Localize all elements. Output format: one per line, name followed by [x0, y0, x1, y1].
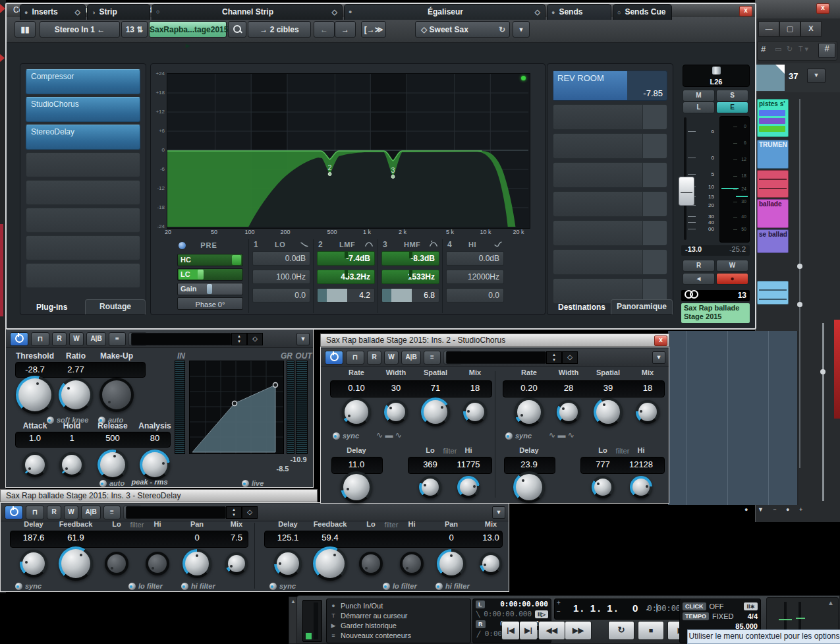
- minimize-button[interactable]: —: [758, 21, 779, 37]
- insert-slot-compressor[interactable]: Compressor: [26, 69, 140, 94]
- close-button[interactable]: X: [800, 21, 822, 37]
- sync-toggle[interactable]: sync: [505, 432, 532, 440]
- plugin-menu-button[interactable]: ▼: [652, 351, 665, 364]
- record-enable-button[interactable]: ●: [716, 273, 748, 285]
- send-slot-empty[interactable]: [553, 162, 667, 188]
- delay-knob[interactable]: [341, 471, 372, 503]
- channel-number-stepper[interactable]: 13 ⇅: [121, 21, 148, 38]
- write-button[interactable]: W: [64, 506, 78, 519]
- preset-menu-button[interactable]: ▼: [513, 21, 530, 38]
- click-chip[interactable]: CLICK: [683, 602, 706, 610]
- lo-knob[interactable]: [419, 476, 441, 498]
- tab-sends[interactable]: ●Sends: [547, 4, 611, 20]
- eq-freq-field[interactable]: 453.2Hz: [317, 270, 375, 284]
- hi-filter-toggle[interactable]: hi filter: [181, 582, 215, 590]
- insert-slot-studiochorus[interactable]: StudioChorus: [26, 97, 140, 122]
- insert-slot-empty[interactable]: [26, 208, 140, 233]
- eq-active-led[interactable]: [521, 76, 526, 80]
- targets-button[interactable]: → 2 cibles: [248, 21, 311, 38]
- nudge-plus-button[interactable]: +: [557, 599, 561, 606]
- channel-organize-button[interactable]: ▮▮: [14, 21, 36, 38]
- eq-q-field[interactable]: 0.0: [446, 288, 504, 303]
- preset-spinner[interactable]: ▴ ▾: [546, 351, 562, 364]
- spatial-knob[interactable]: [421, 397, 450, 426]
- delay-knob[interactable]: [513, 471, 545, 503]
- hi-knob[interactable]: [146, 552, 169, 575]
- forward-button[interactable]: ▶▶: [565, 621, 592, 640]
- hold-knob[interactable]: [59, 452, 84, 477]
- punch-in-icon[interactable]: II▷: [535, 610, 548, 618]
- transport-menu-item[interactable]: ▶Garder historique: [327, 620, 470, 630]
- goto-start-button[interactable]: |◀: [501, 621, 520, 640]
- tempo-chip[interactable]: TEMPO: [683, 612, 709, 620]
- preset-diamond-icon[interactable]: ◇: [247, 333, 263, 345]
- read-automation-button[interactable]: R: [683, 260, 715, 272]
- track-clip[interactable]: TRUMEN: [757, 140, 789, 169]
- search-button[interactable]: [228, 21, 246, 38]
- eq-gain-field[interactable]: -7.4dB: [317, 251, 375, 266]
- bypass-button[interactable]: ⊓: [346, 351, 364, 365]
- mute-button[interactable]: M: [683, 90, 715, 102]
- sync-toggle[interactable]: sync: [333, 432, 359, 440]
- hc-filter-slider[interactable]: HC: [177, 254, 243, 266]
- save-icon[interactable]: ▭: [775, 45, 781, 53]
- ab-compare-button[interactable]: A|B: [401, 351, 421, 365]
- jump-channel-button[interactable]: [→≫: [361, 21, 386, 38]
- zoom-slider-vertical[interactable]: [822, 323, 824, 501]
- fader-handle[interactable]: [679, 177, 694, 206]
- live-toggle[interactable]: live: [242, 479, 264, 487]
- tab-inserts[interactable]: ●Inserts◇: [20, 4, 86, 20]
- waveform-selector[interactable]: ∿ ▬ ∿: [549, 430, 574, 440]
- track-clip[interactable]: ballade: [757, 199, 789, 228]
- ruler-menu-button[interactable]: ▼: [807, 69, 826, 83]
- track-clip[interactable]: se ballad: [757, 229, 789, 253]
- stop-button[interactable]: ■: [638, 621, 664, 640]
- eq-freq-field[interactable]: 12000Hz: [446, 270, 504, 284]
- eq-gain-field[interactable]: -8.3dB: [381, 251, 439, 266]
- preset-field[interactable]: [131, 333, 231, 345]
- send-slot-rev-room[interactable]: REV ROOM-7.85: [553, 71, 667, 101]
- lc-handle[interactable]: [198, 270, 204, 279]
- phase-button[interactable]: Phase 0°: [177, 297, 243, 310]
- band-2-point-label[interactable]: 2: [328, 163, 332, 171]
- analysis-knob[interactable]: [140, 450, 170, 480]
- delay-knob[interactable]: [274, 550, 302, 577]
- delay-knob[interactable]: [20, 550, 47, 577]
- transport-menu-item[interactable]: TDémarrer au curseur: [327, 610, 470, 620]
- waveform-selector[interactable]: ∿ ▬ ∿: [376, 430, 402, 440]
- nav-forward-button[interactable]: →: [335, 21, 356, 38]
- pan-handle[interactable]: [712, 67, 721, 74]
- zoom-handle[interactable]: [820, 369, 826, 374]
- scroll-up-icon[interactable]: ▲: [827, 599, 834, 606]
- scroll-handle[interactable]: [797, 302, 802, 307]
- monitor-button[interactable]: ◄: [683, 273, 715, 285]
- eq-q-field[interactable]: 6.8: [381, 288, 439, 303]
- read-button[interactable]: R: [47, 506, 61, 519]
- lo-filter-toggle[interactable]: lo filter: [383, 582, 417, 590]
- refresh-icon[interactable]: ↻: [787, 45, 793, 53]
- tab-channel-strip[interactable]: ○Channel Strip◇: [152, 4, 343, 20]
- studiochorus-close-button[interactable]: x: [654, 336, 667, 346]
- insert-slot-empty[interactable]: [26, 235, 140, 260]
- eq-gain-field[interactable]: 0.0dB: [252, 251, 310, 266]
- nav-back-button[interactable]: ←: [314, 21, 335, 38]
- preset-selector[interactable]: ◇ Sweet Sax ↻: [415, 21, 510, 38]
- ratio-knob[interactable]: [59, 378, 93, 412]
- lo-knob[interactable]: [592, 476, 614, 498]
- bypass-button[interactable]: ⊓: [31, 332, 49, 346]
- punch-in-time[interactable]: 0:00:00.000: [484, 610, 532, 618]
- threshold-knob[interactable]: [16, 376, 54, 414]
- gain-handle[interactable]: [207, 284, 212, 294]
- rate-knob[interactable]: [342, 397, 371, 426]
- right-locator-chip[interactable]: R: [476, 620, 486, 628]
- insert-slot-empty[interactable]: [26, 180, 140, 205]
- insert-slot-empty[interactable]: [26, 263, 140, 288]
- mix-knob[interactable]: [225, 552, 248, 575]
- send-slot-empty[interactable]: [553, 133, 667, 159]
- metronome-icon[interactable]: II∗: [744, 602, 758, 610]
- width-knob[interactable]: [557, 400, 580, 424]
- solo-button[interactable]: S: [716, 90, 748, 102]
- hi-knob[interactable]: [630, 476, 652, 498]
- tab-destinations[interactable]: Destinations: [558, 303, 605, 312]
- transport-menu-item[interactable]: ●Punch In/Out: [327, 600, 470, 610]
